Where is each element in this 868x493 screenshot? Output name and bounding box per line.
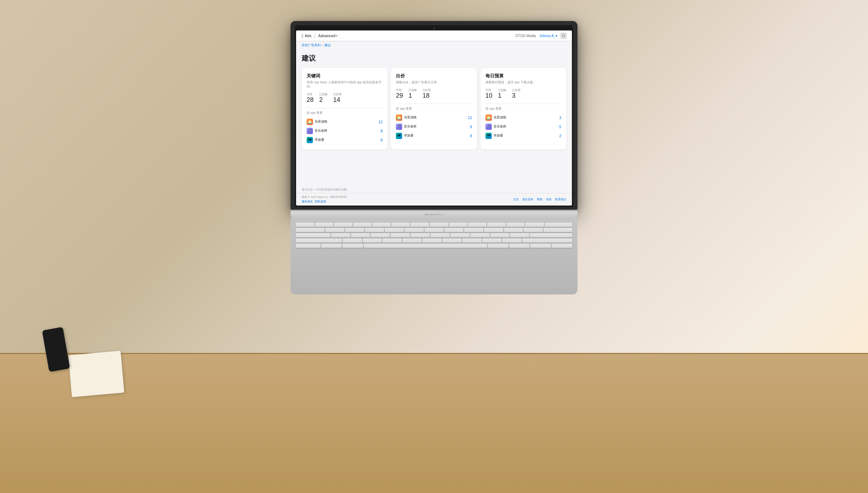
budget-app-row-0[interactable]: 🌅 光景滤镜 3 — [485, 113, 561, 122]
key — [331, 233, 350, 237]
footer-legal-text: 版权 © 2024 Apple Inc. 保留所有权利。 — [302, 195, 349, 199]
layout-toggle-button[interactable] — [561, 33, 566, 39]
macbook-base: MacBook Pro — [290, 211, 578, 217]
bidding-app-row-2[interactable]: 🗺 寻游通 8 — [396, 131, 472, 140]
bidding-app-count-guangjing: 12 — [468, 116, 472, 120]
bidding-available-value: 29 — [396, 92, 403, 99]
footer-nav-contact[interactable]: 联系我们 — [555, 197, 566, 201]
key — [411, 223, 429, 227]
topbar-left:  Ads | Advanced ▾ — [302, 33, 337, 39]
app-footer: 版权 © 2024 Apple Inc. 保留所有权利。 服务条款 隐私政策 主… — [296, 193, 572, 206]
laptop-container:  Ads | Advanced ▾ OTOD Media — [290, 21, 578, 294]
advanced-button[interactable]: Advanced ▾ — [318, 34, 337, 38]
bidding-app-icon-guangjing: 🌅 — [396, 114, 402, 121]
key — [343, 238, 362, 243]
footer-legal-area: 版权 © 2024 Apple Inc. 保留所有权利。 服务条款 隐私政策 — [302, 195, 349, 203]
key — [506, 223, 525, 227]
bidding-app-row-0[interactable]: 🌅 光景滤镜 12 — [396, 113, 472, 122]
advanced-chevron-icon: ▾ — [336, 34, 337, 37]
key — [345, 228, 364, 232]
key — [504, 228, 523, 232]
budget-available-stat: 可用 10 — [485, 88, 492, 99]
keywords-stats-row: 可用 28 已忽略 2 已应用 — [307, 92, 383, 104]
svg-rect-3 — [564, 36, 565, 37]
footer-nav-training[interactable]: 培训 — [546, 197, 552, 201]
key — [296, 238, 342, 243]
svg-rect-1 — [564, 34, 565, 35]
keywords-ignored-value: 2 — [319, 96, 323, 103]
bidding-app-icon-yinyue: 🎵 — [396, 124, 402, 130]
bidding-applied-value: 18 — [422, 92, 429, 99]
app-count-guangjing-0: 12 — [378, 120, 383, 124]
budget-app-name-guangjing: 光景滤镜 — [493, 115, 506, 120]
budget-card-title: 每日预算 — [485, 73, 561, 79]
bidding-app-left-2: 🗺 寻游通 — [396, 133, 413, 139]
macbook-keyboard — [290, 217, 578, 294]
key — [524, 228, 543, 232]
key — [490, 233, 510, 237]
key — [383, 238, 402, 243]
key — [449, 223, 468, 227]
keywords-app-left-1: 🎵 音乐老师 — [307, 128, 327, 134]
keywords-app-row-0[interactable]: 🌅 光景滤镜 12 — [307, 117, 383, 126]
key — [484, 228, 503, 232]
footer-note: 显示过去 7 天内应用地区的建议总数。 — [296, 185, 572, 193]
key — [450, 233, 470, 237]
topbar-right: OTOD Media Johnny A. ▾ — [515, 33, 566, 39]
keywords-card-title: 关键词 — [307, 73, 383, 79]
budget-app-name-yinyue: 音乐老师 — [493, 124, 506, 129]
bidding-applied-label: 已应用 — [422, 88, 431, 92]
key — [402, 238, 422, 243]
terms-link[interactable]: 服务条款 — [302, 200, 313, 203]
keyboard-row-3 — [296, 233, 572, 237]
key — [365, 228, 384, 232]
app-ui:  Ads | Advanced ▾ OTOD Media — [296, 30, 572, 206]
footer-nav-logout[interactable]: 退出登录 — [522, 197, 533, 201]
bidding-card-title: 出价 — [396, 73, 472, 79]
key — [296, 244, 321, 248]
keywords-available-label: 可用 — [307, 92, 314, 96]
key — [321, 244, 342, 248]
key — [425, 228, 444, 232]
bidding-ignored-stat: 已忽略 1 — [408, 88, 417, 99]
keyboard-row-2 — [296, 228, 572, 232]
breadcrumb-separator: > — [322, 44, 323, 47]
user-chevron-icon: ▾ — [555, 34, 557, 38]
privacy-link[interactable]: 隐私政策 — [315, 200, 326, 203]
budget-applied-value: 3 — [512, 92, 516, 99]
budget-card: 每日预算 调整每日预算，提升 app 下载次数。 可用 10 已忽略 — [481, 68, 566, 150]
breadcrumb-part1[interactable]: 所有广告系列 — [302, 43, 321, 48]
budget-available-value: 10 — [485, 92, 492, 99]
footer-nav-help[interactable]: 帮助 — [537, 197, 542, 201]
footer-nav-home[interactable]: 主页 — [513, 197, 519, 201]
bidding-ignored-value: 1 — [408, 92, 412, 99]
budget-applied-stat: 已应用 3 — [512, 88, 520, 99]
org-name: OTOD Media — [515, 34, 536, 38]
budget-app-row-1[interactable]: 🎵 音乐老师 5 — [485, 122, 561, 131]
bidding-app-row-1[interactable]: 🎵 音乐老师 9 — [396, 122, 472, 131]
bidding-stats-row: 可用 29 已忽略 1 已应用 — [396, 88, 472, 99]
footer-nav-links: 主页 退出登录 帮助 培训 联系我们 — [513, 197, 566, 201]
key — [334, 223, 352, 227]
keywords-app-row-2[interactable]: 🗺 寻游通 8 — [307, 136, 383, 145]
user-name: Johnny A. — [539, 34, 555, 38]
keywords-ignored-label: 已忽略 — [319, 92, 328, 96]
user-button[interactable]: Johnny A. ▾ — [539, 34, 557, 38]
nav-divider: | — [314, 33, 316, 39]
budget-app-left-2: 🗺 寻游通 — [485, 133, 503, 139]
app-count-yinyue-0: 8 — [380, 129, 383, 133]
budget-app-count-xuyou: 2 — [559, 134, 561, 138]
budget-app-row-2[interactable]: 🗺 寻游通 2 — [485, 131, 561, 140]
bidding-app-icon-xuyou: 🗺 — [396, 133, 402, 139]
keywords-app-row-1[interactable]: 🎵 音乐老师 8 — [307, 126, 383, 136]
bidding-applied-stat: 已应用 18 — [422, 88, 431, 99]
key — [296, 228, 324, 232]
key — [391, 223, 410, 227]
main-content: 建议 关键词 采用 App Store 上搜索用词中与您的 app 相关的更多字… — [296, 49, 572, 185]
bidding-app-name-guangjing: 光景滤镜 — [404, 115, 416, 120]
key — [342, 244, 363, 248]
budget-by-app-label: 按 app 查看 — [485, 107, 561, 111]
key — [371, 233, 390, 237]
keywords-applied-stat: 已应用 14 — [333, 92, 342, 104]
budget-app-count-yinyue: 5 — [559, 125, 561, 129]
